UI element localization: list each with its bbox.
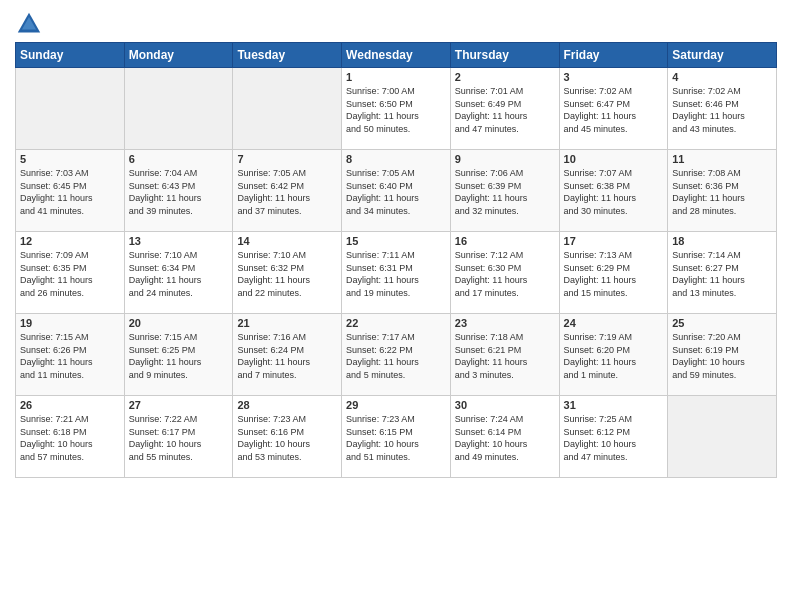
day-cell: 13Sunrise: 7:10 AMSunset: 6:34 PMDayligh… (124, 232, 233, 314)
day-number: 17 (564, 235, 664, 247)
day-cell: 29Sunrise: 7:23 AMSunset: 6:15 PMDayligh… (342, 396, 451, 478)
day-cell: 19Sunrise: 7:15 AMSunset: 6:26 PMDayligh… (16, 314, 125, 396)
day-cell: 30Sunrise: 7:24 AMSunset: 6:14 PMDayligh… (450, 396, 559, 478)
day-info: Sunrise: 7:11 AMSunset: 6:31 PMDaylight:… (346, 249, 446, 299)
day-info: Sunrise: 7:00 AMSunset: 6:50 PMDaylight:… (346, 85, 446, 135)
logo (15, 10, 47, 38)
day-cell: 17Sunrise: 7:13 AMSunset: 6:29 PMDayligh… (559, 232, 668, 314)
day-number: 7 (237, 153, 337, 165)
day-info: Sunrise: 7:23 AMSunset: 6:16 PMDaylight:… (237, 413, 337, 463)
day-number: 31 (564, 399, 664, 411)
day-number: 21 (237, 317, 337, 329)
day-cell: 25Sunrise: 7:20 AMSunset: 6:19 PMDayligh… (668, 314, 777, 396)
day-number: 16 (455, 235, 555, 247)
day-info: Sunrise: 7:24 AMSunset: 6:14 PMDaylight:… (455, 413, 555, 463)
day-info: Sunrise: 7:22 AMSunset: 6:17 PMDaylight:… (129, 413, 229, 463)
day-info: Sunrise: 7:23 AMSunset: 6:15 PMDaylight:… (346, 413, 446, 463)
week-row-3: 12Sunrise: 7:09 AMSunset: 6:35 PMDayligh… (16, 232, 777, 314)
day-cell: 2Sunrise: 7:01 AMSunset: 6:49 PMDaylight… (450, 68, 559, 150)
day-cell: 4Sunrise: 7:02 AMSunset: 6:46 PMDaylight… (668, 68, 777, 150)
day-cell: 8Sunrise: 7:05 AMSunset: 6:40 PMDaylight… (342, 150, 451, 232)
weekday-header-row: SundayMondayTuesdayWednesdayThursdayFrid… (16, 43, 777, 68)
day-number: 23 (455, 317, 555, 329)
day-info: Sunrise: 7:06 AMSunset: 6:39 PMDaylight:… (455, 167, 555, 217)
day-info: Sunrise: 7:17 AMSunset: 6:22 PMDaylight:… (346, 331, 446, 381)
day-info: Sunrise: 7:21 AMSunset: 6:18 PMDaylight:… (20, 413, 120, 463)
week-row-5: 26Sunrise: 7:21 AMSunset: 6:18 PMDayligh… (16, 396, 777, 478)
day-cell: 5Sunrise: 7:03 AMSunset: 6:45 PMDaylight… (16, 150, 125, 232)
day-number: 3 (564, 71, 664, 83)
day-info: Sunrise: 7:05 AMSunset: 6:40 PMDaylight:… (346, 167, 446, 217)
day-cell: 1Sunrise: 7:00 AMSunset: 6:50 PMDaylight… (342, 68, 451, 150)
day-info: Sunrise: 7:20 AMSunset: 6:19 PMDaylight:… (672, 331, 772, 381)
day-number: 27 (129, 399, 229, 411)
day-number: 28 (237, 399, 337, 411)
weekday-header-saturday: Saturday (668, 43, 777, 68)
day-number: 14 (237, 235, 337, 247)
day-info: Sunrise: 7:18 AMSunset: 6:21 PMDaylight:… (455, 331, 555, 381)
week-row-1: 1Sunrise: 7:00 AMSunset: 6:50 PMDaylight… (16, 68, 777, 150)
day-number: 1 (346, 71, 446, 83)
day-number: 4 (672, 71, 772, 83)
day-cell: 16Sunrise: 7:12 AMSunset: 6:30 PMDayligh… (450, 232, 559, 314)
day-cell: 9Sunrise: 7:06 AMSunset: 6:39 PMDaylight… (450, 150, 559, 232)
day-cell: 10Sunrise: 7:07 AMSunset: 6:38 PMDayligh… (559, 150, 668, 232)
page-container: SundayMondayTuesdayWednesdayThursdayFrid… (0, 0, 792, 488)
week-row-2: 5Sunrise: 7:03 AMSunset: 6:45 PMDaylight… (16, 150, 777, 232)
day-number: 26 (20, 399, 120, 411)
day-info: Sunrise: 7:07 AMSunset: 6:38 PMDaylight:… (564, 167, 664, 217)
day-number: 5 (20, 153, 120, 165)
week-row-4: 19Sunrise: 7:15 AMSunset: 6:26 PMDayligh… (16, 314, 777, 396)
day-number: 19 (20, 317, 120, 329)
weekday-header-thursday: Thursday (450, 43, 559, 68)
day-number: 8 (346, 153, 446, 165)
day-cell: 15Sunrise: 7:11 AMSunset: 6:31 PMDayligh… (342, 232, 451, 314)
day-cell: 31Sunrise: 7:25 AMSunset: 6:12 PMDayligh… (559, 396, 668, 478)
day-info: Sunrise: 7:04 AMSunset: 6:43 PMDaylight:… (129, 167, 229, 217)
day-cell (16, 68, 125, 150)
day-number: 11 (672, 153, 772, 165)
day-info: Sunrise: 7:01 AMSunset: 6:49 PMDaylight:… (455, 85, 555, 135)
day-cell: 3Sunrise: 7:02 AMSunset: 6:47 PMDaylight… (559, 68, 668, 150)
day-info: Sunrise: 7:02 AMSunset: 6:47 PMDaylight:… (564, 85, 664, 135)
day-info: Sunrise: 7:13 AMSunset: 6:29 PMDaylight:… (564, 249, 664, 299)
day-info: Sunrise: 7:10 AMSunset: 6:32 PMDaylight:… (237, 249, 337, 299)
day-info: Sunrise: 7:08 AMSunset: 6:36 PMDaylight:… (672, 167, 772, 217)
weekday-header-friday: Friday (559, 43, 668, 68)
day-cell (668, 396, 777, 478)
day-number: 29 (346, 399, 446, 411)
day-number: 10 (564, 153, 664, 165)
day-info: Sunrise: 7:14 AMSunset: 6:27 PMDaylight:… (672, 249, 772, 299)
day-cell: 24Sunrise: 7:19 AMSunset: 6:20 PMDayligh… (559, 314, 668, 396)
day-number: 13 (129, 235, 229, 247)
day-info: Sunrise: 7:15 AMSunset: 6:26 PMDaylight:… (20, 331, 120, 381)
day-cell: 26Sunrise: 7:21 AMSunset: 6:18 PMDayligh… (16, 396, 125, 478)
day-cell (124, 68, 233, 150)
day-number: 22 (346, 317, 446, 329)
day-number: 12 (20, 235, 120, 247)
day-info: Sunrise: 7:16 AMSunset: 6:24 PMDaylight:… (237, 331, 337, 381)
day-info: Sunrise: 7:09 AMSunset: 6:35 PMDaylight:… (20, 249, 120, 299)
day-info: Sunrise: 7:12 AMSunset: 6:30 PMDaylight:… (455, 249, 555, 299)
logo-icon (15, 10, 43, 38)
day-info: Sunrise: 7:10 AMSunset: 6:34 PMDaylight:… (129, 249, 229, 299)
day-info: Sunrise: 7:15 AMSunset: 6:25 PMDaylight:… (129, 331, 229, 381)
day-info: Sunrise: 7:25 AMSunset: 6:12 PMDaylight:… (564, 413, 664, 463)
day-number: 18 (672, 235, 772, 247)
day-info: Sunrise: 7:03 AMSunset: 6:45 PMDaylight:… (20, 167, 120, 217)
day-cell: 27Sunrise: 7:22 AMSunset: 6:17 PMDayligh… (124, 396, 233, 478)
day-number: 25 (672, 317, 772, 329)
day-number: 20 (129, 317, 229, 329)
day-number: 9 (455, 153, 555, 165)
day-number: 15 (346, 235, 446, 247)
weekday-header-sunday: Sunday (16, 43, 125, 68)
day-info: Sunrise: 7:02 AMSunset: 6:46 PMDaylight:… (672, 85, 772, 135)
day-cell: 6Sunrise: 7:04 AMSunset: 6:43 PMDaylight… (124, 150, 233, 232)
weekday-header-wednesday: Wednesday (342, 43, 451, 68)
day-number: 30 (455, 399, 555, 411)
calendar: SundayMondayTuesdayWednesdayThursdayFrid… (15, 42, 777, 478)
weekday-header-tuesday: Tuesday (233, 43, 342, 68)
day-number: 2 (455, 71, 555, 83)
day-info: Sunrise: 7:05 AMSunset: 6:42 PMDaylight:… (237, 167, 337, 217)
day-number: 24 (564, 317, 664, 329)
